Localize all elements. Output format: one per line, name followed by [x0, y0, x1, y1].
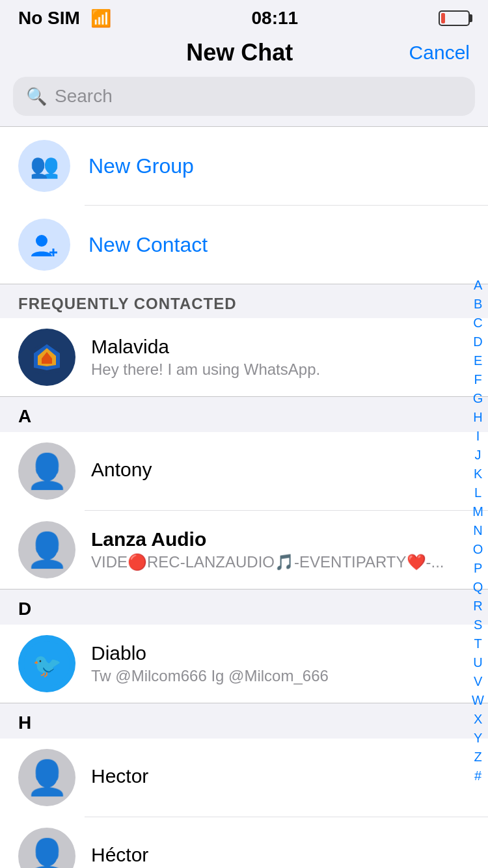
alpha-letter-M[interactable]: M	[472, 502, 483, 521]
list-item[interactable]: 👤 Lanza Audio VIDE🔴REC-LANZAUDIO🎵-EVENTI…	[0, 511, 488, 589]
contact-info: Hector	[91, 765, 470, 790]
contact-status: Hey there! I am using WhatsApp.	[91, 360, 470, 379]
contact-name: Malavida	[91, 336, 470, 358]
alpha-letter-R[interactable]: R	[473, 597, 482, 615]
alpha-letter-Y[interactable]: Y	[474, 729, 482, 747]
d-contacts: 🐦 Diablo Tw @Milcom666 Ig @Milcom_666	[0, 625, 488, 703]
malavida-logo	[27, 338, 66, 377]
alpha-letter-J[interactable]: J	[475, 446, 481, 464]
alpha-letter-F[interactable]: F	[474, 370, 481, 388]
cancel-button[interactable]: Cancel	[409, 42, 470, 64]
alpha-letter-#[interactable]: #	[474, 766, 481, 785]
letter-section-a: A	[0, 397, 488, 432]
letter-section-d: D	[0, 590, 488, 625]
alpha-letter-U[interactable]: U	[473, 653, 482, 671]
battery-area	[439, 10, 470, 26]
list-item[interactable]: 👤 Antony	[0, 432, 488, 510]
list-item[interactable]: Malavida Hey there! I am using WhatsApp.	[0, 318, 488, 396]
alpha-letter-X[interactable]: X	[474, 710, 482, 728]
avatar: 👤	[18, 828, 75, 868]
contact-name: Hector	[91, 765, 470, 787]
alpha-letter-I[interactable]: I	[476, 427, 480, 445]
new-contact-label: New Contact	[88, 233, 208, 257]
svg-point-0	[36, 235, 47, 247]
action-section: 👥 New Group New Contact	[0, 127, 488, 284]
alpha-letter-S[interactable]: S	[474, 616, 482, 634]
frequently-contacted-header: FREQUENTLY CONTACTED	[0, 284, 488, 318]
contact-name: Diablo	[91, 642, 470, 664]
alpha-letter-E[interactable]: E	[474, 351, 482, 370]
search-icon: 🔍	[26, 87, 47, 107]
contact-info: Malavida Hey there! I am using WhatsApp.	[91, 336, 470, 379]
group-icon: 👥	[30, 152, 59, 180]
battery-icon	[439, 10, 470, 26]
alpha-letter-L[interactable]: L	[474, 483, 481, 502]
contact-info: Diablo Tw @Milcom666 Ig @Milcom_666	[91, 642, 470, 685]
contact-name: Héctor	[91, 844, 470, 866]
alpha-letter-Z[interactable]: Z	[474, 748, 481, 766]
letter-d: D	[18, 599, 31, 619]
search-container: 🔍 Search	[0, 77, 488, 126]
alpha-letter-N[interactable]: N	[473, 521, 482, 539]
page-title: New Chat	[186, 39, 293, 66]
new-group-row[interactable]: 👥 New Group	[0, 127, 488, 205]
alpha-letter-D[interactable]: D	[473, 332, 482, 351]
letter-h: H	[18, 712, 31, 733]
time: 08:11	[252, 8, 299, 29]
list-item[interactable]: 🐦 Diablo Tw @Milcom666 Ig @Milcom_666	[0, 625, 488, 703]
contact-info: Antony	[91, 459, 470, 483]
avatar: 👤	[18, 442, 75, 500]
new-group-label: New Group	[88, 154, 194, 178]
alpha-letter-B[interactable]: B	[474, 295, 482, 313]
h-contacts: 👤 Hector 👤 Héctor	[0, 739, 488, 868]
alpha-letter-P[interactable]: P	[474, 559, 482, 577]
search-input[interactable]: Search	[55, 86, 113, 107]
new-contact-row[interactable]: New Contact	[0, 206, 488, 284]
avatar: 👤	[18, 521, 75, 578]
list-item[interactable]: 👤 Hector	[0, 739, 488, 817]
person-icon: 👤	[26, 839, 68, 868]
contact-status: VIDE🔴REC-LANZAUDIO🎵-EVENTIPARTY❤️-...	[91, 553, 470, 571]
contact-name: Lanza Audio	[91, 528, 470, 550]
list-item[interactable]: 👤 Héctor	[0, 817, 488, 868]
avatar: 👤	[18, 749, 75, 806]
alpha-letter-T[interactable]: T	[474, 634, 481, 653]
new-group-icon-circle: 👥	[18, 140, 70, 192]
add-contact-icon	[30, 230, 59, 259]
contact-status: Tw @Milcom666 Ig @Milcom_666	[91, 667, 470, 685]
twitter-bird-icon: 🐦	[24, 641, 70, 686]
frequently-contacted-label: FREQUENTLY CONTACTED	[18, 295, 237, 312]
contact-name: Antony	[91, 459, 470, 481]
letter-section-h: H	[0, 703, 488, 739]
battery-fill	[441, 13, 445, 23]
alpha-letter-K[interactable]: K	[474, 465, 482, 483]
alpha-letter-V[interactable]: V	[474, 672, 482, 690]
search-bar[interactable]: 🔍 Search	[13, 77, 475, 116]
nav-bar: New Chat Cancel	[0, 33, 488, 77]
avatar	[18, 329, 75, 386]
new-contact-icon-circle	[18, 219, 70, 271]
person-icon: 👤	[26, 533, 68, 567]
carrier: No SIM 📶	[18, 8, 111, 29]
alpha-letter-W[interactable]: W	[472, 691, 484, 709]
alpha-letter-Q[interactable]: Q	[473, 578, 483, 596]
status-bar: No SIM 📶 08:11	[0, 0, 488, 33]
letter-a: A	[18, 406, 31, 426]
alpha-letter-H[interactable]: H	[473, 408, 482, 426]
alpha-letter-C[interactable]: C	[473, 314, 482, 332]
a-contacts: 👤 Antony 👤 Lanza Audio VIDE🔴REC-LANZAUDI…	[0, 432, 488, 589]
person-icon: 👤	[26, 454, 68, 488]
contact-info: Héctor	[91, 844, 470, 868]
person-icon: 👤	[26, 761, 68, 794]
alpha-letter-O[interactable]: O	[473, 540, 483, 558]
svg-text:🐦: 🐦	[33, 651, 62, 679]
avatar: 🐦	[18, 635, 75, 692]
alpha-letter-A[interactable]: A	[474, 276, 482, 294]
frequently-contacted-section: Malavida Hey there! I am using WhatsApp.	[0, 318, 488, 396]
contact-info: Lanza Audio VIDE🔴REC-LANZAUDIO🎵-EVENTIPA…	[91, 528, 470, 571]
alphabet-index[interactable]: ABCDEFGHIJKLMNOPQRSTUVWXYZ#	[468, 273, 488, 787]
alpha-letter-G[interactable]: G	[473, 389, 483, 407]
